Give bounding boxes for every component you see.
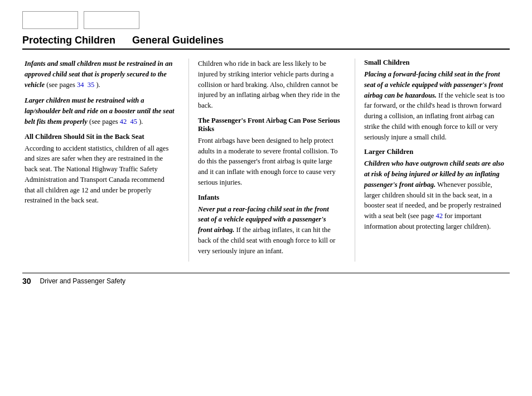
column-2: Children who ride in back are less likel… — [188, 59, 344, 262]
chapter-header: Protecting Children General Guidelines — [22, 35, 510, 50]
nav-box-2[interactable] — [84, 11, 139, 29]
column-3: Small Children Placing a forward-facing … — [355, 59, 510, 262]
footer: 30 Driver and Passenger Safety — [22, 273, 510, 286]
back-children-paragraph: Children who ride in back are less likel… — [198, 59, 341, 111]
chapter-subtitle: General Guidelines — [132, 35, 224, 46]
small-children-paragraph: Placing a forward-facing child seat in t… — [364, 69, 507, 142]
page-link-34[interactable]: 34 — [77, 81, 84, 89]
infants-warning-pages: (see pages 34 35 ). — [46, 81, 100, 89]
chapter-title: Protecting Children — [22, 35, 115, 46]
content-area: Infants and small children must be restr… — [22, 59, 510, 262]
page-link-45[interactable]: 45 — [130, 118, 138, 125]
column-1: Infants and small children must be restr… — [22, 59, 177, 262]
back-seat-paragraph: According to accident statistics, childr… — [25, 143, 175, 206]
airbag-risks-heading: The Passenger's Front Airbag Can Pose Se… — [198, 117, 341, 133]
larger-children-paragraph: Children who have outgrown child seats a… — [364, 158, 507, 231]
page-link-42-col3[interactable]: 42 — [436, 212, 443, 220]
top-navigation — [22, 11, 510, 29]
back-seat-heading: All Children Should Sit in the Back Seat — [25, 133, 175, 141]
larger-children-heading: Larger Children — [364, 148, 507, 156]
page-number: 30 — [22, 277, 31, 286]
infants-warning: Infants and small children must be restr… — [25, 59, 175, 90]
footer-section-title: Driver and Passenger Safety — [40, 277, 125, 285]
small-children-heading: Small Children — [364, 59, 507, 67]
airbag-risks-paragraph: Front airbags have been designed to help… — [198, 136, 341, 188]
nav-box-1[interactable] — [22, 11, 78, 29]
larger-children-pages: (see pages 42 45 ). — [89, 118, 143, 125]
larger-children-warning: Larger children must be restrained with … — [25, 95, 175, 127]
infants-heading: Infants — [198, 194, 341, 202]
infants-paragraph: Never put a rear-facing child seat in th… — [198, 204, 341, 257]
page-link-42[interactable]: 42 — [120, 118, 127, 125]
page-link-35[interactable]: 35 — [88, 81, 95, 89]
